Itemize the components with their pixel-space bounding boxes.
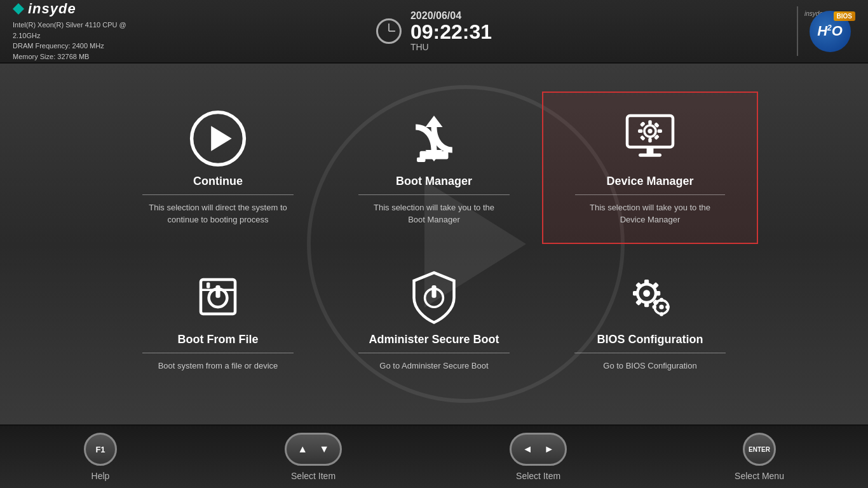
header: insyde Intel(R) Xeon(R) Silver 4110 CPU … (0, 0, 868, 64)
enter-key: ENTER (743, 433, 776, 466)
down-arrow-icon: ▼ (319, 444, 329, 455)
right-arrow-icon: ► (544, 444, 554, 455)
svg-point-6 (648, 128, 652, 133)
system-info-line4: Memory Size: 32768 MB (13, 51, 126, 62)
time-display: 09:22:31 (410, 22, 492, 42)
header-center: 2020/06/04 09:22:31 THU (376, 10, 492, 52)
svg-rect-36 (660, 298, 663, 302)
footer-help: F1 Help (84, 433, 117, 481)
play-icon (189, 110, 247, 167)
svg-rect-11 (640, 121, 646, 127)
f1-key: F1 (84, 433, 117, 466)
help-label: Help (92, 471, 110, 481)
select-menu-label: Select Menu (735, 471, 784, 481)
svg-rect-19 (215, 285, 220, 298)
svg-rect-13 (640, 135, 646, 140)
menu-item-secure-boot[interactable]: Administer Secure Boot Go to Administer … (326, 244, 542, 396)
ud-keys: ▲ ▼ (285, 433, 342, 466)
device-manager-desc: This selection will take you to the Devi… (580, 201, 720, 226)
secure-boot-icon (405, 268, 463, 325)
system-info-line3: DRAM Frequency: 2400 MHz (13, 41, 126, 51)
svg-rect-16 (639, 153, 661, 156)
boot-manager-title: Boot Manager (358, 175, 510, 195)
secure-boot-title: Administer Secure Boot (358, 333, 510, 353)
bios-config-title: BIOS Configuration (574, 333, 726, 353)
svg-rect-23 (431, 285, 436, 298)
menu-item-bios-config[interactable]: BIOS Configuration Go to BIOS Configurat… (542, 244, 758, 396)
insyde-h2o-logo: insyde H2O BIOS (804, 9, 855, 53)
svg-rect-3 (417, 157, 426, 161)
svg-point-35 (659, 305, 663, 309)
boot-manager-desc: This selection will take you to the Boot… (364, 201, 504, 226)
insyde-logo: insyde (13, 1, 126, 17)
menu-item-continue[interactable]: Continue This selection will direct the … (110, 92, 326, 244)
svg-rect-9 (638, 129, 642, 132)
footer-select-item-ud: ▲ ▼ Select Item (285, 433, 342, 481)
svg-rect-21 (207, 283, 210, 288)
boot-from-file-title: Boot From File (142, 333, 294, 353)
continue-desc: This selection will direct the system to… (148, 201, 288, 226)
svg-rect-8 (648, 138, 651, 142)
footer: F1 Help ▲ ▼ Select Item ◄ ► Select Item … (0, 424, 868, 488)
svg-rect-39 (665, 306, 669, 309)
up-arrow-icon: ▲ (297, 444, 308, 455)
system-info-line1: Intel(R) Xeon(R) Silver 4110 CPU @ (13, 20, 126, 30)
boot-manager-icon (405, 110, 463, 167)
menu-grid: Continue This selection will direct the … (110, 92, 758, 396)
boot-from-file-icon (189, 268, 247, 325)
svg-marker-1 (211, 126, 231, 151)
insyde-logo-text: insyde (28, 1, 76, 17)
header-divider (797, 6, 798, 56)
boot-from-file-desc: Boot system from a file or device (158, 360, 278, 372)
svg-rect-37 (660, 313, 663, 316)
svg-rect-29 (654, 291, 660, 295)
datetime-block: 2020/06/04 09:22:31 THU (410, 10, 492, 52)
device-manager-title: Device Manager (575, 175, 726, 195)
device-manager-icon (621, 110, 679, 167)
h2o-text: H2O (817, 23, 843, 39)
day-display: THU (410, 42, 429, 52)
svg-rect-15 (647, 147, 654, 154)
main-area: Continue This selection will direct the … (0, 64, 868, 424)
svg-rect-7 (648, 120, 651, 125)
bios-badge: BIOS (834, 11, 855, 21)
clock-icon (376, 18, 402, 44)
select-item-ud-label: Select Item (291, 471, 336, 481)
svg-rect-38 (653, 306, 656, 309)
menu-item-boot-manager[interactable]: Boot Manager This selection will take yo… (326, 92, 542, 244)
svg-rect-26 (644, 280, 649, 285)
svg-rect-27 (644, 301, 649, 307)
footer-select-item-lr: ◄ ► Select Item (510, 433, 567, 481)
bios-config-desc: Go to BIOS Configuration (603, 360, 696, 372)
system-info-line2: 2.10GHz (13, 30, 126, 41)
lr-keys: ◄ ► (510, 433, 567, 466)
insyde-gem-icon (13, 3, 24, 15)
select-item-lr-label: Select Item (516, 471, 560, 481)
continue-title: Continue (142, 175, 294, 195)
svg-rect-28 (633, 291, 639, 295)
header-left: insyde Intel(R) Xeon(R) Silver 4110 CPU … (13, 1, 126, 62)
svg-rect-10 (658, 129, 662, 132)
bios-config-icon (621, 268, 679, 325)
system-info: Intel(R) Xeon(R) Silver 4110 CPU @ 2.10G… (13, 20, 126, 62)
header-right: insyde H2O BIOS (804, 9, 855, 53)
footer-select-menu: ENTER Select Menu (735, 433, 784, 481)
left-arrow-icon: ◄ (522, 444, 532, 455)
svg-point-25 (643, 290, 650, 297)
secure-boot-desc: Go to Administer Secure Boot (379, 360, 488, 372)
menu-item-boot-from-file[interactable]: Boot From File Boot system from a file o… (110, 244, 326, 396)
menu-item-device-manager[interactable]: Device Manager This selection will take … (542, 92, 758, 244)
